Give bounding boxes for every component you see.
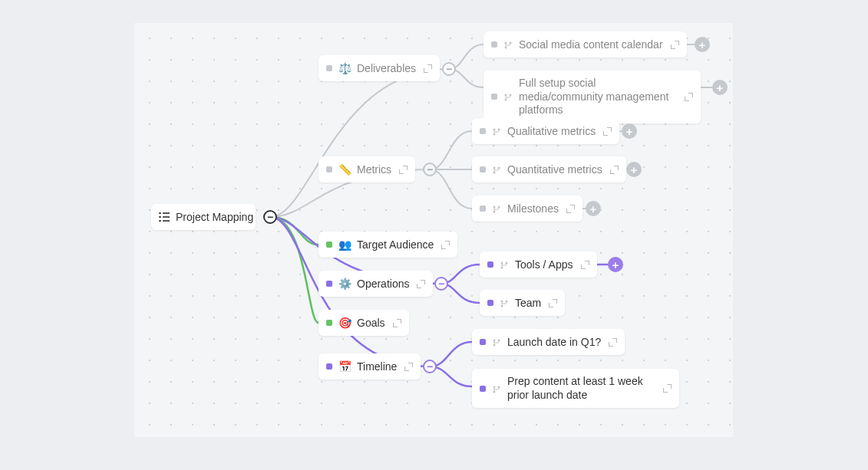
svg-point-6	[493, 129, 496, 131]
expand-icon[interactable]	[581, 261, 589, 269]
svg-point-13	[498, 206, 500, 209]
subtask-icon	[492, 384, 501, 393]
status-square	[480, 205, 486, 212]
status-square	[326, 281, 332, 287]
node-label: Timeline	[357, 360, 397, 373]
add-child-button[interactable]: +	[622, 123, 637, 139]
node-label: Milestones	[507, 202, 559, 215]
svg-point-16	[506, 262, 508, 265]
expand-icon[interactable]	[399, 166, 408, 174]
svg-point-25	[498, 386, 500, 388]
expand-icon[interactable]	[609, 338, 617, 347]
expand-icon[interactable]	[663, 384, 672, 393]
svg-point-19	[506, 301, 508, 303]
expand-icon[interactable]	[610, 166, 619, 174]
node-metric-qual[interactable]: Qualitative metrics	[472, 118, 619, 144]
root-toggle[interactable]: −	[263, 210, 277, 224]
node-label: Prep content at least 1 week prior launc…	[507, 375, 655, 402]
target-icon: 👥	[338, 238, 351, 251]
status-square	[491, 94, 497, 100]
add-child-button[interactable]: +	[695, 37, 710, 52]
svg-point-21	[493, 340, 496, 342]
add-child-button[interactable]: +	[586, 201, 601, 216]
svg-point-0	[505, 42, 507, 44]
svg-point-14	[493, 211, 496, 213]
node-metric-milestones[interactable]: Milestones	[472, 196, 583, 222]
metrics-toggle[interactable]: −	[423, 163, 437, 176]
node-team[interactable]: Team	[480, 290, 565, 316]
expand-icon[interactable]	[549, 299, 557, 307]
subtask-icon	[500, 298, 509, 307]
node-deliverable-2[interactable]: Full setup social media/community manage…	[484, 71, 701, 123]
node-label: Tools / Apps	[515, 258, 573, 271]
svg-point-22	[498, 340, 500, 342]
expand-icon[interactable]	[671, 41, 679, 49]
node-label: Target Audience	[357, 238, 434, 251]
status-square	[326, 363, 332, 370]
node-label: Launch date in Q1?	[507, 336, 601, 348]
svg-point-12	[493, 206, 496, 209]
node-label: Operations	[357, 278, 409, 290]
status-square	[326, 242, 332, 248]
status-square	[487, 300, 493, 306]
node-metrics[interactable]: 📏 Metrics	[318, 156, 415, 182]
subtask-icon	[492, 337, 501, 347]
node-deliverables[interactable]: ⚖️ Deliverables	[318, 55, 440, 81]
add-child-button[interactable]: +	[712, 80, 728, 95]
node-deliverable-1[interactable]: Social media content calendar	[484, 31, 687, 58]
operations-icon: ⚙️	[338, 278, 351, 290]
node-operations[interactable]: ⚙️ Operations	[318, 271, 433, 297]
svg-point-3	[505, 94, 507, 97]
node-metric-quant[interactable]: Quantitative metrics	[472, 156, 626, 182]
expand-icon[interactable]	[404, 363, 413, 371]
node-target-audience[interactable]: 👥 Target Audience	[318, 232, 457, 258]
operations-toggle[interactable]: −	[434, 277, 448, 291]
status-square	[326, 65, 332, 71]
root-node[interactable]: Project Mapping	[151, 204, 256, 230]
subtask-icon	[500, 260, 509, 269]
add-child-button[interactable]: +	[626, 162, 642, 177]
subtask-icon	[492, 204, 501, 213]
svg-point-9	[493, 167, 496, 169]
svg-point-17	[501, 267, 503, 269]
node-goals[interactable]: 🎯 Goals	[318, 310, 409, 336]
expand-icon[interactable]	[393, 319, 401, 327]
svg-point-7	[498, 129, 500, 131]
node-label: Social media content calendar	[519, 38, 663, 51]
expand-icon[interactable]	[603, 127, 612, 136]
goals-icon: 🎯	[338, 317, 351, 329]
status-square	[480, 128, 486, 134]
node-label: Deliverables	[357, 62, 416, 74]
list-icon	[159, 212, 170, 222]
status-square	[487, 261, 493, 268]
subtask-icon	[503, 92, 513, 101]
svg-point-5	[505, 99, 507, 101]
expand-icon[interactable]	[441, 241, 450, 249]
node-label: Goals	[357, 317, 385, 329]
svg-point-2	[505, 47, 507, 49]
status-square	[491, 41, 497, 48]
timeline-icon: 📅	[338, 360, 351, 373]
mindmap-canvas[interactable]: Project Mapping − ⚖️ Deliverables − Soci…	[134, 23, 733, 437]
deliverables-toggle[interactable]: −	[442, 62, 456, 76]
svg-point-10	[498, 167, 500, 169]
status-square	[326, 320, 332, 326]
status-square	[480, 386, 486, 392]
node-label: Quantitative metrics	[507, 163, 602, 176]
expand-icon[interactable]	[424, 64, 432, 73]
expand-icon[interactable]	[417, 280, 425, 288]
svg-point-24	[493, 386, 496, 388]
svg-point-11	[493, 172, 496, 174]
expand-icon[interactable]	[566, 205, 575, 213]
node-timeline-prep[interactable]: Prep content at least 1 week prior launc…	[472, 369, 679, 408]
svg-point-4	[510, 94, 512, 97]
expand-icon[interactable]	[685, 93, 693, 101]
node-label: Qualitative metrics	[507, 125, 596, 137]
node-timeline-launch[interactable]: Launch date in Q1?	[472, 329, 625, 355]
timeline-toggle[interactable]: −	[423, 360, 437, 373]
svg-point-8	[493, 133, 496, 136]
deliverables-icon: ⚖️	[338, 62, 351, 74]
node-tools-apps[interactable]: Tools / Apps	[480, 251, 597, 278]
add-child-button[interactable]: +	[608, 257, 623, 272]
node-timeline[interactable]: 📅 Timeline	[318, 353, 421, 380]
